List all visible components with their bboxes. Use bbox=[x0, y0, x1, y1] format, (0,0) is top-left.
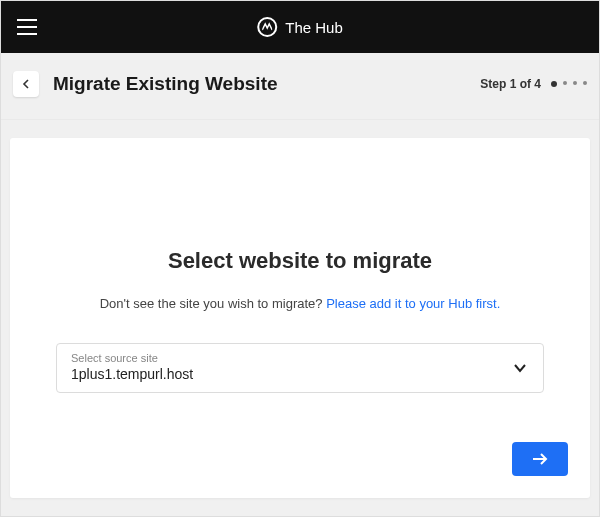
select-value: 1plus1.tempurl.host bbox=[71, 366, 529, 382]
main-card: Select website to migrate Don't see the … bbox=[10, 138, 590, 498]
back-button[interactable] bbox=[13, 71, 39, 97]
next-button[interactable] bbox=[512, 442, 568, 476]
hub-logo-icon bbox=[257, 17, 277, 37]
helper-text: Don't see the site you wish to migrate? … bbox=[56, 296, 544, 311]
step-dot bbox=[563, 81, 567, 85]
top-bar: The Hub bbox=[1, 1, 599, 53]
step-indicator: Step 1 of 4 bbox=[480, 77, 587, 91]
chevron-down-icon bbox=[513, 359, 527, 377]
page-title: Migrate Existing Website bbox=[53, 73, 278, 95]
brand: The Hub bbox=[257, 17, 343, 37]
divider bbox=[1, 119, 599, 120]
step-dot bbox=[573, 81, 577, 85]
step-label: Step 1 of 4 bbox=[480, 77, 541, 91]
app-name: The Hub bbox=[285, 19, 343, 36]
source-site-select[interactable]: Select source site 1plus1.tempurl.host bbox=[56, 343, 544, 393]
menu-icon[interactable] bbox=[17, 19, 37, 35]
arrow-right-icon bbox=[531, 452, 549, 466]
step-dot bbox=[551, 81, 557, 87]
subheader: Migrate Existing Website Step 1 of 4 bbox=[1, 53, 599, 119]
chevron-left-icon bbox=[22, 79, 30, 89]
add-site-link[interactable]: Please add it to your Hub first. bbox=[326, 296, 500, 311]
select-label: Select source site bbox=[71, 352, 529, 364]
step-dots bbox=[551, 81, 587, 87]
main-heading: Select website to migrate bbox=[56, 248, 544, 274]
step-dot bbox=[583, 81, 587, 85]
helper-prefix: Don't see the site you wish to migrate? bbox=[100, 296, 326, 311]
